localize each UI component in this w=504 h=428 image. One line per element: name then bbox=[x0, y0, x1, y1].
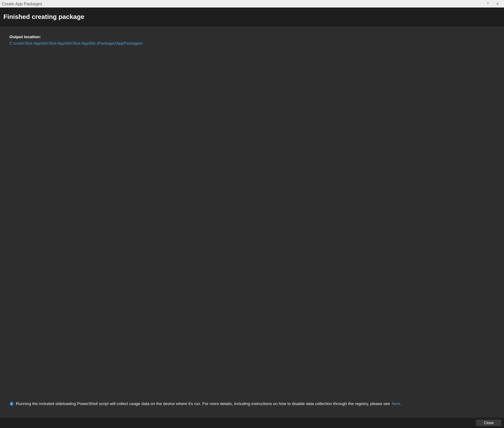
help-button[interactable]: ? bbox=[483, 0, 493, 8]
info-strip: Running the included sideloading PowerSh… bbox=[9, 400, 495, 414]
close-button[interactable]: Close bbox=[476, 420, 501, 426]
svg-point-4 bbox=[11, 403, 12, 403]
output-location-label: Output location: bbox=[9, 34, 495, 39]
dialog-window: Create App Packages ? Finished creating … bbox=[0, 0, 504, 428]
titlebar: Create App Packages ? bbox=[0, 0, 504, 8]
info-icon bbox=[9, 402, 14, 406]
content-spacer bbox=[9, 46, 495, 400]
svg-rect-3 bbox=[11, 403, 12, 405]
info-text-before: Running the included sideloading PowerSh… bbox=[16, 401, 391, 406]
info-text: Running the included sideloading PowerSh… bbox=[16, 401, 495, 407]
window-close-button[interactable] bbox=[493, 0, 502, 8]
page-title: Finished creating package bbox=[3, 13, 501, 20]
info-text-after: . bbox=[401, 401, 402, 406]
help-icon: ? bbox=[487, 2, 489, 6]
close-icon bbox=[496, 3, 499, 5]
dialog-content: Output location: C:\code\Test-AppSilo\Te… bbox=[0, 26, 504, 418]
output-location-link[interactable]: C:\code\Test-AppSilo\Test-AppSilo\Test-A… bbox=[9, 41, 495, 46]
info-link[interactable]: here bbox=[391, 401, 401, 406]
dialog-header: Finished creating package bbox=[0, 8, 504, 26]
window-title: Create App Packages bbox=[2, 1, 483, 7]
dialog-footer: Close bbox=[0, 418, 504, 428]
